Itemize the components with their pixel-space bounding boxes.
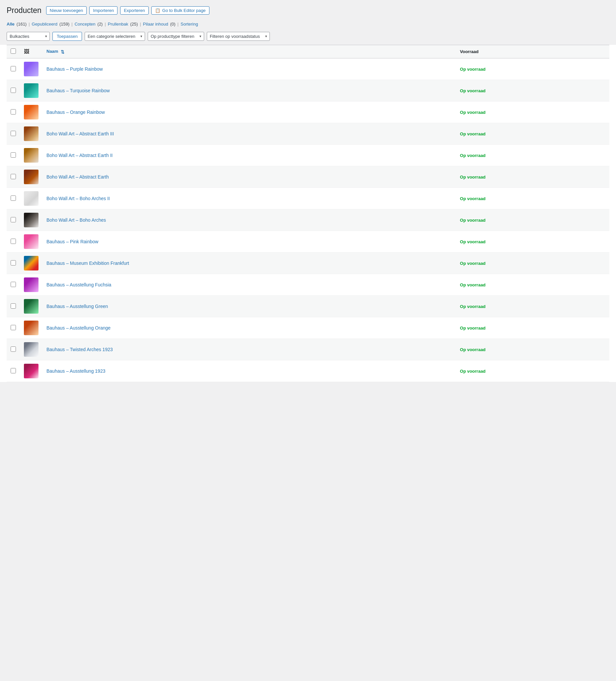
bulk-actions-select[interactable]: Bulkacties (7, 32, 50, 41)
nav-sorting[interactable]: Sortering (180, 22, 198, 27)
table-row: Bauhaus – Ausstellung Orange Op voorraad (7, 317, 609, 339)
row-checkbox[interactable] (10, 347, 16, 352)
row-stock-cell: Op voorraad (456, 253, 609, 274)
row-stock-cell: Op voorraad (456, 188, 609, 209)
product-link[interactable]: Boho Wall Art – Abstract Earth III (47, 131, 114, 136)
product-link[interactable]: Bauhaus – Ausstellung Orange (47, 325, 110, 331)
stock-badge: Op voorraad (460, 110, 486, 115)
product-thumbnail (24, 213, 39, 227)
nav-pillar[interactable]: Pilaar inhoud (143, 22, 168, 27)
stock-badge: Op voorraad (460, 218, 486, 223)
stock-badge: Op voorraad (460, 304, 486, 309)
row-image-cell (20, 58, 43, 80)
product-link[interactable]: Bauhaus – Museum Exhibition Frankfurt (47, 260, 129, 266)
row-name-cell: Boho Wall Art – Boho Arches II (43, 188, 456, 209)
product-link[interactable]: Bauhaus – Pink Rainbow (47, 239, 98, 244)
product-thumbnail (24, 342, 39, 357)
row-name-cell: Bauhaus – Ausstellung 1923 (43, 360, 456, 382)
table-row: Bauhaus – Museum Exhibition Frankfurt Op… (7, 253, 609, 274)
row-checkbox[interactable] (10, 131, 16, 136)
product-type-filter-select[interactable]: Op producttype filteren (148, 32, 204, 41)
stock-badge: Op voorraad (460, 282, 486, 287)
product-thumbnail (24, 62, 39, 76)
bulk-actions-wrapper: Bulkacties (7, 32, 50, 41)
bulk-editor-icon: 📋 (155, 8, 160, 13)
table-row: Boho Wall Art – Boho Arches Op voorraad (7, 209, 609, 231)
name-column-header[interactable]: Naam ⇅ (43, 45, 456, 58)
product-link[interactable]: Bauhaus – Ausstellung Fuchsia (47, 282, 111, 287)
row-checkbox[interactable] (10, 282, 16, 287)
row-checkbox[interactable] (10, 260, 16, 266)
row-checkbox[interactable] (10, 196, 16, 201)
row-image-cell (20, 102, 43, 123)
product-link[interactable]: Boho Wall Art – Boho Arches II (47, 196, 110, 201)
row-stock-cell: Op voorraad (456, 166, 609, 188)
row-checkbox[interactable] (10, 66, 16, 71)
row-stock-cell: Op voorraad (456, 231, 609, 253)
image-column-icon: 🖼 (24, 49, 29, 54)
nav-published[interactable]: Gepubliceerd (32, 22, 57, 27)
table-row: Bauhaus – Orange Rainbow Op voorraad (7, 102, 609, 123)
row-image-cell (20, 253, 43, 274)
table-row: Boho Wall Art – Abstract Earth II Op voo… (7, 145, 609, 166)
product-link[interactable]: Boho Wall Art – Abstract Earth (47, 174, 109, 180)
product-link[interactable]: Bauhaus – Purple Rainbow (47, 66, 103, 72)
product-thumbnail (24, 256, 39, 271)
product-link[interactable]: Bauhaus – Orange Rainbow (47, 109, 105, 115)
row-checkbox[interactable] (10, 325, 16, 330)
row-stock-cell: Op voorraad (456, 296, 609, 317)
row-checkbox[interactable] (10, 152, 16, 158)
product-thumbnail (24, 105, 39, 120)
row-checkbox[interactable] (10, 217, 16, 222)
bulk-editor-button[interactable]: 📋 Go to Bulk Editor page (151, 6, 210, 15)
table-row: Bauhaus – Twisted Arches 1923 Op voorraa… (7, 339, 609, 360)
row-name-cell: Boho Wall Art – Abstract Earth II (43, 145, 456, 166)
product-link[interactable]: Boho Wall Art – Abstract Earth II (47, 153, 113, 158)
table-row: Boho Wall Art – Abstract Earth Op voorra… (7, 166, 609, 188)
row-name-cell: Bauhaus – Purple Rainbow (43, 58, 456, 80)
new-product-button[interactable]: Nieuw toevoegen (46, 6, 87, 15)
product-link[interactable]: Boho Wall Art – Boho Arches (47, 218, 106, 223)
export-button[interactable]: Exporteren (120, 6, 149, 15)
row-image-cell (20, 80, 43, 102)
import-button[interactable]: Importeren (89, 6, 118, 15)
table-row: Bauhaus – Ausstellung Green Op voorraad (7, 296, 609, 317)
stock-column-header: Voorraad (456, 45, 609, 58)
row-checkbox[interactable] (10, 303, 16, 309)
row-image-cell (20, 274, 43, 296)
stock-badge: Op voorraad (460, 88, 486, 93)
row-checkbox[interactable] (10, 174, 16, 179)
row-checkbox-cell (7, 58, 20, 80)
nav-trash[interactable]: Prullenbak (108, 22, 128, 27)
row-image-cell (20, 317, 43, 339)
row-checkbox-cell (7, 317, 20, 339)
row-name-cell: Bauhaus – Orange Rainbow (43, 102, 456, 123)
row-checkbox[interactable] (10, 238, 16, 244)
category-filter-select[interactable]: Een categorie selecteren (84, 32, 145, 41)
product-thumbnail (24, 148, 39, 162)
row-checkbox[interactable] (10, 368, 16, 373)
product-thumbnail (24, 321, 39, 335)
row-checkbox[interactable] (10, 87, 16, 93)
image-column-header: 🖼 (20, 45, 43, 58)
nav-all[interactable]: Alle (7, 22, 15, 27)
product-link[interactable]: Bauhaus – Ausstellung Green (47, 304, 108, 309)
row-checkbox-cell (7, 360, 20, 382)
row-checkbox-cell (7, 80, 20, 102)
row-name-cell: Boho Wall Art – Boho Arches (43, 209, 456, 231)
stock-status-filter-select[interactable]: Filteren op voorraadstatus (207, 32, 270, 41)
select-all-checkbox[interactable] (10, 48, 16, 54)
row-name-cell: Bauhaus – Pink Rainbow (43, 231, 456, 253)
row-image-cell (20, 339, 43, 360)
apply-button[interactable]: Toepassen (52, 32, 82, 41)
row-checkbox-cell (7, 145, 20, 166)
stock-badge: Op voorraad (460, 67, 486, 72)
nav-concepts[interactable]: Concepten (75, 22, 96, 27)
product-link[interactable]: Bauhaus – Turquoise Rainbow (47, 88, 110, 93)
stock-badge: Op voorraad (460, 369, 486, 374)
category-filter-wrapper: Een categorie selecteren (84, 32, 145, 41)
product-link[interactable]: Bauhaus – Twisted Arches 1923 (47, 347, 113, 352)
stock-badge: Op voorraad (460, 326, 486, 331)
row-checkbox[interactable] (10, 109, 16, 115)
product-link[interactable]: Bauhaus – Ausstellung 1923 (47, 369, 105, 374)
